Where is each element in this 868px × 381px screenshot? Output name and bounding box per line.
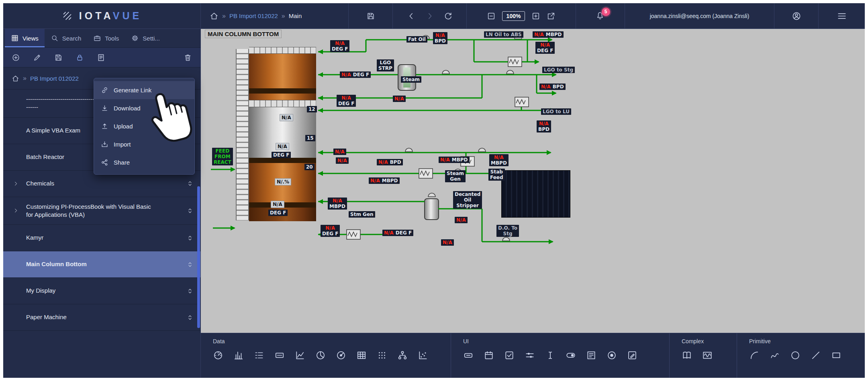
nav-section	[393, 3, 467, 29]
button-icon[interactable]	[463, 350, 474, 361]
pencil-icon[interactable]	[33, 53, 41, 62]
curve-icon[interactable]	[770, 350, 780, 361]
sort-icon[interactable]	[186, 234, 194, 242]
bar-chart-icon[interactable]	[233, 350, 244, 361]
forward-icon[interactable]	[425, 12, 434, 20]
process-value-label: N/ADEG F	[330, 40, 349, 52]
line-icon[interactable]	[811, 350, 821, 361]
sidebar-breadcrumb-item[interactable]: PB Import 012022	[30, 75, 79, 82]
arc-icon[interactable]	[749, 350, 760, 361]
logo-text-primary: IOTA	[79, 10, 113, 21]
edit-icon[interactable]	[627, 350, 637, 361]
process-value-label: D.O. ToStg	[496, 225, 519, 237]
tree-icon[interactable]	[397, 350, 408, 361]
zoom-in-icon[interactable]	[531, 12, 540, 20]
sidebar-item-label: A Simple VBA Exam	[26, 126, 80, 134]
sidebar-item-main-column-bottom[interactable]: Main Column Bottom	[3, 251, 200, 278]
radial-gauge-icon[interactable]	[336, 350, 346, 361]
plus-circle-icon[interactable]	[12, 53, 20, 62]
save-icon[interactable]	[366, 12, 375, 20]
menu-section	[819, 3, 865, 29]
upload-icon	[101, 122, 108, 130]
sidebar-item-label: Customizing PI-ProcessBook with Visual B…	[26, 203, 151, 219]
map-icon[interactable]	[682, 350, 692, 361]
sqc-icon[interactable]	[702, 350, 713, 361]
toggle-icon[interactable]	[566, 350, 576, 361]
sidebar-scrollbar[interactable]	[197, 186, 200, 328]
text-value-icon[interactable]	[274, 350, 285, 361]
sort-icon[interactable]	[186, 261, 194, 268]
process-value-label: N/A	[393, 96, 406, 102]
sidebar-item-label: Chemicals	[26, 179, 54, 187]
logo-text-secondary: VUE	[113, 10, 142, 21]
home-icon[interactable]	[210, 12, 219, 20]
sidebar-item-customizing-pi-processbook-with-visual-b[interactable]: Customizing PI-ProcessBook with Visual B…	[3, 197, 200, 225]
chevron-right-icon[interactable]	[13, 208, 19, 214]
list-box-icon[interactable]	[586, 350, 596, 361]
symbol-value-icon[interactable]	[254, 350, 264, 361]
process-value-label: N/A	[336, 157, 349, 164]
ellipse-icon[interactable]	[790, 350, 801, 361]
process-value-label: Fat Oil	[406, 36, 427, 43]
sort-icon[interactable]	[186, 314, 194, 321]
floppy-icon[interactable]	[54, 53, 63, 62]
share-icon	[101, 159, 108, 166]
back-icon[interactable]	[407, 12, 416, 20]
process-value-label: N/AMBPD	[489, 154, 509, 166]
save-section	[349, 3, 393, 29]
text-input-icon[interactable]	[545, 350, 556, 361]
account-icon[interactable]	[792, 11, 801, 21]
tab-tools[interactable]: Tools	[87, 29, 125, 47]
menu-item-label: Upload	[114, 123, 133, 130]
app-window: IOTAVUE » PB Import 012022 » Main 100% 5	[3, 3, 865, 378]
search-icon	[51, 34, 59, 42]
menu-item-share[interactable]: Share	[94, 153, 194, 171]
scrollbar-thumb[interactable]	[197, 186, 200, 328]
user-section: joanna.zinsli@seeq.com (Joanna Zinsli)	[625, 3, 774, 29]
link-icon	[101, 86, 108, 94]
breadcrumb-project[interactable]: PB Import 012022	[229, 12, 278, 19]
note-icon[interactable]	[97, 53, 105, 62]
radio-icon[interactable]	[607, 350, 617, 361]
display-canvas: MAIN COLUMN BOTTOM N/ADEG FFat OilN/ABPD…	[201, 29, 865, 333]
refresh-icon[interactable]	[444, 12, 453, 20]
open-external-icon[interactable]	[547, 12, 556, 20]
process-value-label: DEG F	[272, 152, 291, 158]
zoom-out-icon[interactable]	[487, 12, 496, 20]
process-value-label: N/A	[271, 201, 284, 208]
sidebar-item-paper-machine[interactable]: Paper Machine	[3, 304, 200, 331]
scatter-icon[interactable]	[418, 350, 428, 361]
process-value-label: LGO to LU	[541, 108, 571, 115]
tab-label: Views	[22, 35, 39, 42]
sort-icon[interactable]	[186, 207, 194, 214]
pie-icon[interactable]	[315, 350, 326, 361]
table-icon[interactable]	[356, 350, 367, 361]
sidebar-item-kamyr[interactable]: Kamyr	[3, 225, 200, 251]
lock-icon[interactable]	[76, 53, 84, 62]
heatmap-icon[interactable]	[377, 350, 387, 361]
sidebar-item-my-display[interactable]: My Display	[3, 278, 200, 304]
slider-icon[interactable]	[525, 350, 535, 361]
component-palette: DataUIComplexPrimitive	[201, 333, 865, 378]
checkbox-icon[interactable]	[504, 350, 515, 361]
hamburger-icon[interactable]	[837, 11, 847, 21]
notification-badge: 5	[602, 8, 610, 16]
process-value-label: 20	[304, 164, 315, 170]
home-icon[interactable]	[12, 75, 19, 82]
rectangle-icon[interactable]	[831, 350, 841, 361]
sort-icon[interactable]	[186, 287, 194, 295]
tab-setti[interactable]: Setti...	[125, 29, 166, 47]
notifications-button[interactable]: 5	[596, 11, 605, 21]
gauge-icon[interactable]	[213, 350, 223, 361]
chevron-right-icon[interactable]	[13, 181, 19, 187]
palette-section-title: Primitive	[749, 338, 865, 344]
trend-icon[interactable]	[295, 350, 305, 361]
calendar-icon[interactable]	[484, 350, 494, 361]
menu-item-label: Download	[114, 105, 141, 112]
tab-search[interactable]: Search	[45, 29, 88, 47]
sort-icon[interactable]	[186, 180, 194, 187]
process-value-label: N/ADEG F	[340, 71, 371, 78]
process-value-label: N/ABPD	[537, 120, 551, 132]
tab-views[interactable]: Views	[5, 29, 45, 47]
trash-icon[interactable]	[184, 53, 192, 62]
